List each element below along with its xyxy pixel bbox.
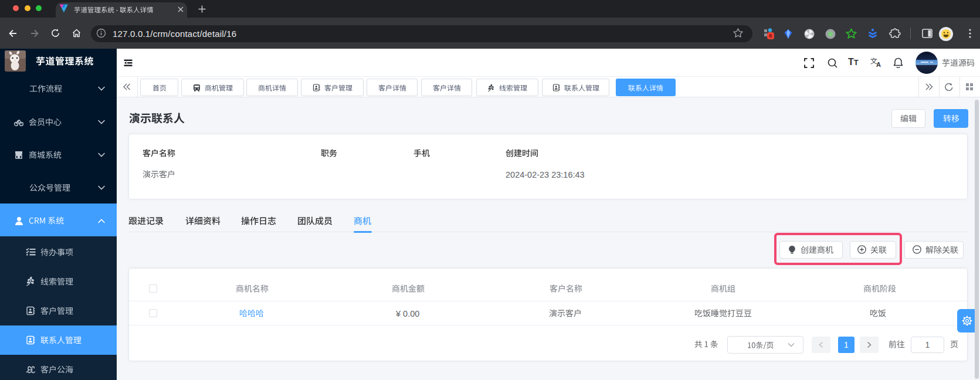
svg-text:6: 6 <box>769 32 772 39</box>
